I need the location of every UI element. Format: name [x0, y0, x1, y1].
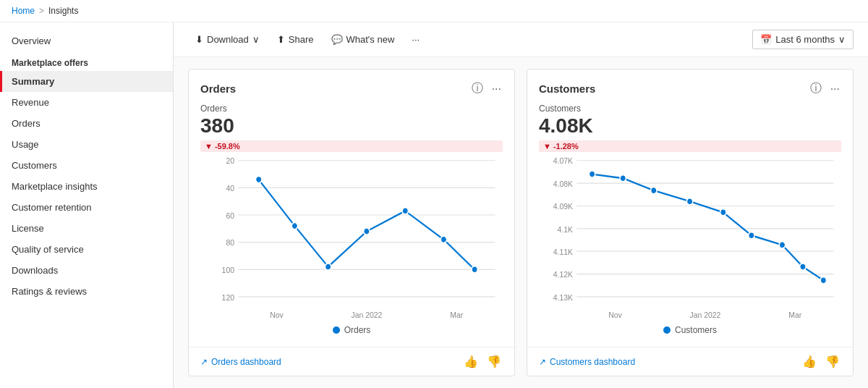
whats-new-icon: 💬 [331, 34, 343, 45]
main-content: Overview Marketplace offers SummaryReven… [0, 22, 868, 388]
svg-text:4.08K: 4.08K [553, 179, 574, 188]
date-chevron-icon: ∨ [838, 34, 846, 45]
svg-text:Jan 2022: Jan 2022 [351, 311, 382, 320]
svg-text:Nov: Nov [608, 311, 622, 320]
footer-link-label-customers: Customers dashboard [550, 357, 635, 367]
card-customers: Customers ⓘ ··· Customers 4.08K ▼ -1.28%… [527, 69, 854, 376]
card-info-button-customers[interactable]: ⓘ [809, 80, 823, 98]
thumb-up-button-customers[interactable]: 👍 [801, 353, 818, 370]
svg-point-44 [749, 232, 754, 238]
trend-down-icon-customers: ▼ [543, 142, 551, 151]
sidebar-item-customers[interactable]: Customers [0, 155, 173, 176]
share-button[interactable]: ⬆ Share [270, 30, 321, 48]
card-metric-change-orders: ▼ -59.8% [200, 140, 503, 152]
card-header-orders: Orders ⓘ ··· [189, 69, 514, 104]
trend-down-icon-orders: ▼ [205, 142, 213, 151]
more-icon: ··· [412, 34, 420, 45]
right-panel: ⬇ Download ∨ ⬆ Share 💬 What's new ··· [174, 22, 868, 388]
chart-legend-orders: Orders [200, 322, 503, 341]
legend-dot-customers [663, 326, 671, 334]
card-metric-value-customers: 4.08K [539, 115, 841, 138]
thumb-up-button-orders[interactable]: 👍 [462, 353, 480, 370]
breadcrumb-home[interactable]: Home [12, 6, 35, 16]
download-label: Download [207, 34, 249, 45]
svg-point-40 [620, 174, 626, 181]
download-button[interactable]: ⬇ Download ∨ [188, 30, 267, 48]
card-header-actions-customers: ⓘ ··· [809, 80, 841, 98]
sidebar-item-overview[interactable]: Overview [0, 31, 173, 51]
card-footer-link-orders[interactable]: ↗ Orders dashboard [200, 357, 281, 367]
svg-text:100: 100 [222, 265, 234, 274]
svg-text:40: 40 [226, 183, 234, 193]
sidebar-item-license[interactable]: License [0, 218, 173, 239]
card-metric-change-customers: ▼ -1.28% [539, 140, 841, 152]
change-value-orders: -59.8% [215, 142, 240, 151]
card-orders: Orders ⓘ ··· Orders 380 ▼ -59.8% 20 40 6… [188, 69, 515, 376]
svg-point-17 [325, 263, 331, 270]
sidebar-item-downloads[interactable]: Downloads [0, 260, 173, 281]
breadcrumb: Home > Insights [0, 0, 868, 22]
svg-text:4.11K: 4.11K [553, 247, 574, 256]
card-body-customers: Customers 4.08K ▼ -1.28% 4.07K 4.08K 4.0… [527, 104, 853, 347]
card-footer-thumbs-orders: 👍 👎 [462, 353, 503, 370]
download-icon: ⬇ [195, 34, 203, 45]
share-icon: ⬆ [277, 34, 285, 45]
toolbar: ⬇ Download ∨ ⬆ Share 💬 What's new ··· [174, 22, 868, 57]
whats-new-label: What's new [346, 34, 395, 45]
thumb-down-button-customers[interactable]: 👎 [824, 353, 841, 370]
cards-area: Orders ⓘ ··· Orders 380 ▼ -59.8% 20 40 6… [174, 57, 868, 388]
svg-text:Nov: Nov [270, 311, 284, 320]
svg-point-16 [292, 222, 297, 229]
legend-label-orders: Orders [344, 325, 371, 335]
chart-legend-customers: Customers [539, 322, 841, 341]
card-title-orders: Orders [200, 83, 236, 95]
chart-area-orders: 20 40 60 80 100 120 NovJan 2022Mar [200, 152, 503, 322]
app-container: Home > Insights Overview Marketplace off… [0, 0, 868, 388]
sidebar-item-ratings-reviews[interactable]: Ratings & reviews [0, 281, 173, 302]
svg-text:Jan 2022: Jan 2022 [689, 311, 720, 320]
download-chevron-icon: ∨ [252, 34, 260, 45]
thumb-down-button-orders[interactable]: 👎 [485, 353, 503, 370]
card-metric-label-customers: Customers [539, 104, 841, 114]
more-button[interactable]: ··· [404, 30, 427, 48]
sidebar-item-usage[interactable]: Usage [0, 134, 173, 155]
svg-point-42 [686, 198, 692, 204]
svg-text:4.09K: 4.09K [553, 201, 574, 211]
date-range-button[interactable]: 📅 Last 6 months ∨ [752, 30, 854, 49]
sidebar-items: SummaryRevenueOrdersUsageCustomersMarket… [0, 71, 173, 302]
svg-point-19 [402, 207, 408, 214]
svg-point-20 [441, 236, 446, 242]
sidebar-item-orders[interactable]: Orders [0, 113, 173, 134]
card-more-button-orders[interactable]: ··· [490, 81, 503, 97]
card-header-customers: Customers ⓘ ··· [527, 69, 853, 104]
card-info-button-orders[interactable]: ⓘ [470, 80, 485, 98]
card-body-orders: Orders 380 ▼ -59.8% 20 40 60 80 100 120 … [189, 104, 514, 347]
chart-area-customers: 4.07K 4.08K 4.09K 4.1K 4.11K 4.12K 4.13K… [539, 152, 841, 322]
sidebar-item-quality-of-service[interactable]: Quality of service [0, 239, 173, 260]
sidebar-item-customer-retention[interactable]: Customer retention [0, 197, 173, 218]
svg-point-46 [800, 263, 806, 270]
card-more-button-customers[interactable]: ··· [829, 81, 841, 97]
sidebar-item-marketplace-insights[interactable]: Marketplace insights [0, 176, 173, 197]
breadcrumb-current: Insights [48, 6, 78, 16]
whats-new-button[interactable]: 💬 What's new [324, 30, 402, 48]
svg-point-45 [779, 242, 785, 248]
svg-point-15 [255, 176, 261, 182]
svg-text:4.13K: 4.13K [553, 292, 574, 302]
card-footer-link-customers[interactable]: ↗ Customers dashboard [539, 357, 635, 367]
card-metric-label-orders: Orders [200, 104, 503, 114]
change-value-customers: -1.28% [553, 142, 579, 151]
svg-point-47 [820, 277, 826, 283]
svg-text:20: 20 [226, 156, 234, 166]
sidebar: Overview Marketplace offers SummaryReven… [0, 22, 174, 388]
sidebar-item-revenue[interactable]: Revenue [0, 92, 173, 113]
card-title-customers: Customers [539, 83, 595, 95]
sidebar-section-label: Marketplace offers [0, 51, 173, 71]
svg-point-43 [720, 208, 726, 215]
svg-text:4.1K: 4.1K [558, 224, 574, 234]
date-range-label: Last 6 months [775, 34, 835, 45]
share-label: Share [289, 34, 314, 45]
legend-label-customers: Customers [675, 325, 717, 335]
svg-text:4.12K: 4.12K [553, 269, 574, 279]
sidebar-item-summary[interactable]: Summary [0, 71, 173, 92]
